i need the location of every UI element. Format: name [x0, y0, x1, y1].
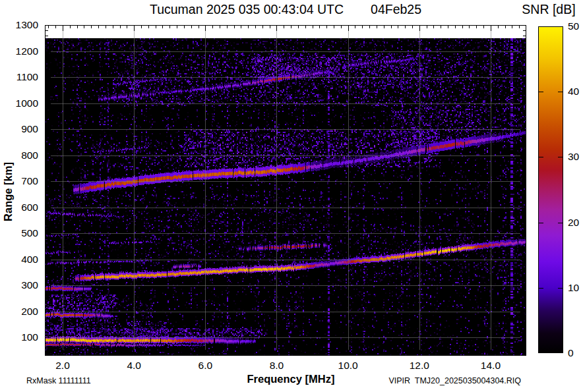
y-tick-label: 1300	[7, 18, 38, 32]
x-tick-label: 4.0	[118, 359, 150, 372]
x-tick-label: 6.0	[189, 359, 221, 372]
plot-title-text: Tucuman 2025 035 00:43:04 UTC	[150, 2, 344, 16]
x-axis-label: Frequency [MHz]	[199, 373, 383, 385]
x-tick-label: 10.0	[332, 359, 364, 372]
x-tick-label: 8.0	[261, 359, 292, 372]
y-tick-label: 1100	[7, 70, 38, 84]
x-tick-label: 14.0	[475, 359, 506, 372]
colorbar-tick-label: 0	[568, 347, 583, 360]
y-tick-label: 900	[7, 123, 38, 136]
plot-title-date: 04Feb25	[371, 2, 421, 16]
y-tick-label: 1000	[7, 97, 38, 110]
x-tick-label: 12.0	[404, 359, 435, 372]
colorbar-tick-label: 40	[568, 85, 583, 98]
y-tick-label: 1200	[7, 45, 38, 58]
ionogram-plot	[45, 25, 526, 356]
colorbar-title: SNR [dB]	[516, 1, 582, 17]
colorbar-tick-label: 30	[568, 150, 583, 163]
plot-title: Tucuman 2025 035 00:43:04 UTC04Feb25	[45, 1, 526, 17]
y-tick-label: 400	[7, 253, 38, 266]
ionogram-page: Tucuman 2025 035 00:43:04 UTC04Feb25 SNR…	[0, 0, 583, 392]
y-tick-label: 600	[7, 201, 38, 214]
y-tick-label: 200	[7, 305, 38, 318]
colorbar-tick-label: 20	[568, 216, 583, 229]
x-tick-label: 2.0	[47, 359, 78, 372]
filename-text: VIPIR TMJ20_2025035004304.RIQ	[388, 376, 521, 385]
rxmask-text: RxMask 11111111	[26, 376, 91, 385]
y-tick-label: 700	[7, 175, 38, 188]
y-tick-label: 800	[7, 149, 38, 162]
y-tick-label: 500	[7, 227, 38, 240]
colorbar	[538, 26, 563, 353]
y-tick-label: 100	[7, 331, 38, 344]
y-tick-label: 300	[7, 279, 38, 292]
colorbar-tick-label: 50	[568, 20, 583, 33]
colorbar-tick-label: 10	[568, 281, 583, 294]
